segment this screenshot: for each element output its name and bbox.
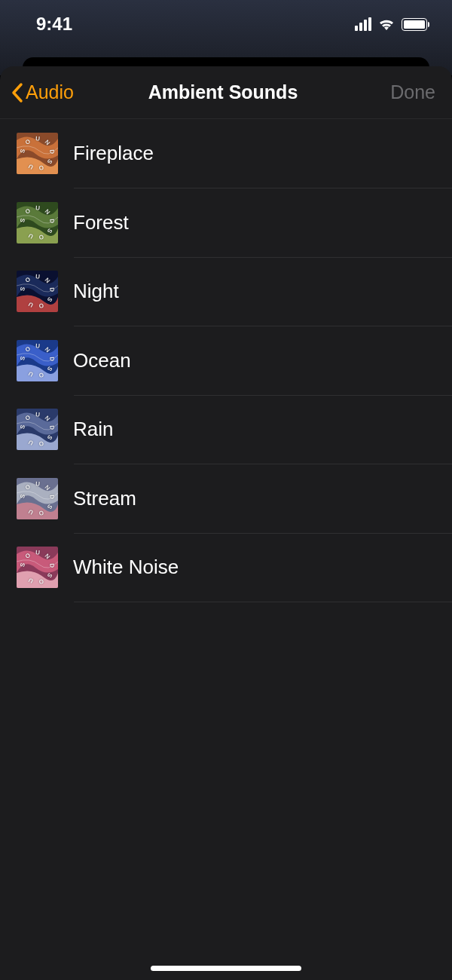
sound-label: Stream [73,487,136,510]
white-noise-thumb: S O U N D S O U [17,547,58,588]
list-item[interactable]: S O U N D S O U Ocean [17,326,452,395]
cellular-signal-icon [355,17,371,31]
sound-label: Night [73,280,119,303]
night-thumb: S O U N D S O U [17,271,58,312]
svg-text:S O U N D S O U: S O U N D S O U [19,273,55,310]
page-title: Ambient Sounds [93,81,353,103]
list-item[interactable]: S O U N D S O U Fireplace [17,119,452,188]
navigation-bar: Audio Ambient Sounds Done [0,66,452,119]
sound-label: Fireplace [73,142,154,165]
status-time: 9:41 [36,14,72,35]
list-item[interactable]: S O U N D S O U Night [17,257,452,326]
forest-thumb: S O U N D S O U [17,202,58,243]
sound-label: White Noise [73,556,179,579]
list-item[interactable]: S O U N D S O U Stream [17,464,452,533]
svg-text:S O U N D S O U: S O U N D S O U [19,480,55,517]
rain-thumb: S O U N D S O U [17,409,58,450]
fireplace-thumb: S O U N D S O U [17,133,58,174]
svg-text:S O U N D S O U: S O U N D S O U [19,411,55,448]
back-button[interactable]: Audio [11,81,93,103]
sound-label: Forest [73,211,129,234]
home-indicator[interactable] [151,966,301,971]
svg-text:S O U N D S O U: S O U N D S O U [19,342,55,379]
stream-thumb: S O U N D S O U [17,478,58,519]
sound-label: Rain [73,418,113,441]
svg-text:S O U N D S O U: S O U N D S O U [19,204,55,241]
status-indicators [355,17,429,31]
list-item[interactable]: S O U N D S O U White Noise [17,533,452,602]
back-label: Audio [26,81,74,103]
list-item[interactable]: S O U N D S O U Rain [17,395,452,464]
svg-text:S O U N D S O U: S O U N D S O U [19,135,55,172]
svg-text:S O U N D S O U: S O U N D S O U [19,549,55,586]
done-button[interactable]: Done [353,81,435,103]
chevron-left-icon [11,82,24,103]
settings-sheet: Audio Ambient Sounds Done S O U N D S O … [0,66,452,980]
list-item[interactable]: S O U N D S O U Forest [17,188,452,257]
battery-icon [402,18,429,31]
ocean-thumb: S O U N D S O U [17,340,58,381]
sounds-list: S O U N D S O U Fireplace S O U N D S O … [0,119,452,602]
status-bar: 9:41 [0,0,452,42]
divider [74,602,452,602]
sound-label: Ocean [73,349,131,372]
wifi-icon [377,17,396,31]
